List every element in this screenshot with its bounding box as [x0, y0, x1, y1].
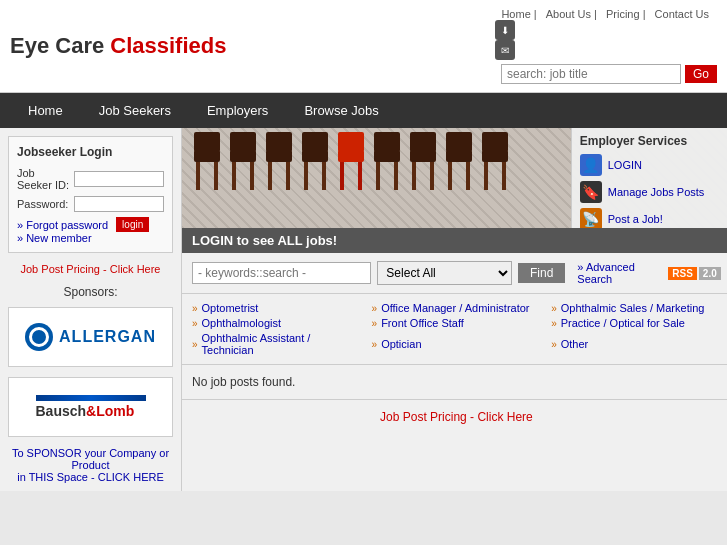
svg-rect-2: [196, 162, 200, 190]
svg-rect-1: [194, 132, 220, 152]
cat-link-ophthalmic-sales[interactable]: Ophthalmic Sales / Marketing: [561, 302, 705, 314]
forgot-password-link[interactable]: » Forgot password: [17, 219, 108, 231]
footer: Job Post Pricing - Click Here: [182, 399, 727, 434]
nav-employers[interactable]: Employers: [189, 93, 286, 128]
download-icon[interactable]: ⬇: [495, 20, 515, 40]
arrow-icon: »: [372, 303, 378, 314]
post-job-link[interactable]: Post a Job!: [608, 213, 663, 225]
svg-rect-15: [322, 162, 326, 190]
jobseeker-id-row: Job Seeker ID:: [17, 167, 164, 191]
allergan-text: ALLERGAN: [59, 328, 156, 346]
svg-rect-26: [412, 162, 416, 190]
svg-rect-11: [286, 162, 290, 190]
nav-jobseekers[interactable]: Job Seekers: [81, 93, 189, 128]
job-post-pricing-sidebar: Job Post Pricing - Click Here: [8, 263, 173, 275]
cat-link-ophthalmologist[interactable]: Ophthalmologist: [202, 317, 282, 329]
svg-rect-31: [466, 162, 470, 190]
svg-rect-27: [430, 162, 434, 190]
password-input[interactable]: [74, 196, 164, 212]
advanced-search: » Advanced Search: [577, 261, 662, 285]
home-link[interactable]: Home: [501, 8, 530, 20]
category-optician: » Optician: [372, 332, 542, 356]
podcast-icon: 📡: [580, 208, 602, 228]
search-input[interactable]: [501, 64, 681, 84]
arrow-icon: »: [192, 318, 198, 329]
allergan-sponsor-box[interactable]: ALLERGAN: [8, 307, 173, 367]
sponsor-cta-link[interactable]: To SPONSOR your Company or Product in TH…: [12, 447, 169, 483]
new-member-link[interactable]: » New member: [17, 232, 164, 244]
svg-rect-23: [394, 162, 398, 190]
post-job-row: 📡 Post a Job!: [580, 208, 723, 228]
main-nav: Home Job Seekers Employers Browse Jobs: [0, 93, 727, 128]
top-links: Home | About Us | Pricing | Contact Us ⬇…: [495, 8, 717, 60]
category-ophthalmic-sales: » Ophthalmic Sales / Marketing: [551, 302, 721, 314]
nav-home[interactable]: Home: [10, 93, 81, 128]
login-notice: LOGIN to see ALL jobs!: [182, 228, 727, 253]
employer-services-title: Employer Services: [580, 134, 723, 148]
search-bar: Go: [501, 64, 717, 84]
version-button[interactable]: 2.0: [699, 267, 721, 280]
employer-services-panel: Employer Services 👤 LOGIN 🔖 Manage Jobs …: [571, 128, 727, 228]
sidebar: Jobseeker Login Job Seeker ID: Password:…: [0, 128, 182, 491]
bausch-text: Bausch&Lomb: [36, 403, 135, 419]
bausch-sponsor-box[interactable]: Bausch&Lomb: [8, 377, 173, 437]
login-button[interactable]: login: [116, 217, 149, 232]
arrow-icon: »: [372, 339, 378, 350]
jobseeker-id-label: Job Seeker ID:: [17, 167, 70, 191]
allergan-logo: ALLERGAN: [25, 323, 156, 351]
header: Eye Care Classifieds Home | About Us | P…: [0, 0, 727, 93]
message-icon[interactable]: ✉: [495, 40, 515, 60]
logo: Eye Care Classifieds: [10, 33, 226, 59]
search-go-button[interactable]: Go: [685, 65, 717, 83]
cat-link-officemanager[interactable]: Office Manager / Administrator: [381, 302, 529, 314]
rss-button[interactable]: RSS: [668, 267, 697, 280]
svg-rect-35: [502, 162, 506, 190]
footer-job-post-pricing-link[interactable]: Job Post Pricing - Click Here: [380, 410, 533, 424]
manage-jobs-link[interactable]: Manage Jobs Posts: [608, 186, 705, 198]
svg-rect-5: [230, 132, 256, 152]
allergan-circle-icon: [25, 323, 53, 351]
keyword-input[interactable]: [192, 262, 371, 284]
about-link[interactable]: About Us: [546, 8, 591, 20]
cat-link-ophthalmic-assistant[interactable]: Ophthalmic Assistant / Technician: [202, 332, 362, 356]
arrow-icon: »: [372, 318, 378, 329]
category-officemanager: » Office Manager / Administrator: [372, 302, 542, 314]
svg-rect-14: [304, 162, 308, 190]
contact-link[interactable]: Contact Us: [655, 8, 709, 20]
svg-rect-18: [340, 162, 344, 190]
person-icon: 👤: [580, 154, 602, 176]
employer-login-link[interactable]: LOGIN: [608, 159, 642, 171]
password-row: Password:: [17, 196, 164, 212]
cat-link-optician[interactable]: Optician: [381, 338, 421, 350]
arrow-icon: »: [551, 303, 557, 314]
jobseeker-login-panel: Jobseeker Login Job Seeker ID: Password:…: [8, 136, 173, 253]
nav-browsejobs[interactable]: Browse Jobs: [286, 93, 396, 128]
cat-link-other[interactable]: Other: [561, 338, 589, 350]
find-button[interactable]: Find: [518, 263, 565, 283]
svg-rect-3: [214, 162, 218, 190]
pricing-link[interactable]: Pricing: [606, 8, 640, 20]
svg-rect-33: [482, 132, 508, 152]
category-frontoffice: » Front Office Staff: [372, 317, 542, 329]
cat-link-frontoffice[interactable]: Front Office Staff: [381, 317, 464, 329]
svg-rect-22: [376, 162, 380, 190]
cat-link-practice-sale[interactable]: Practice / Optical for Sale: [561, 317, 685, 329]
login-links: » Forgot password login » New member: [17, 217, 164, 244]
category-select[interactable]: Select All: [377, 261, 512, 285]
advanced-search-link[interactable]: » Advanced Search: [577, 261, 635, 285]
svg-rect-10: [268, 162, 272, 190]
content-area: Employer Services 👤 LOGIN 🔖 Manage Jobs …: [182, 128, 727, 491]
svg-rect-30: [448, 162, 452, 190]
svg-rect-9: [266, 132, 292, 152]
category-ophthalmologist: » Ophthalmologist: [192, 317, 362, 329]
arrow-icon: »: [192, 303, 198, 314]
jobseeker-id-input[interactable]: [74, 171, 164, 187]
manage-jobs-row: 🔖 Manage Jobs Posts: [580, 181, 723, 203]
cat-link-optometrist[interactable]: Optometrist: [202, 302, 259, 314]
svg-rect-17: [338, 132, 364, 152]
header-right: Home | About Us | Pricing | Contact Us ⬇…: [495, 8, 717, 84]
svg-rect-7: [250, 162, 254, 190]
logo-part2: Classifieds: [110, 33, 226, 58]
job-post-pricing-link[interactable]: Job Post Pricing - Click Here: [21, 263, 161, 275]
password-label: Password:: [17, 198, 70, 210]
